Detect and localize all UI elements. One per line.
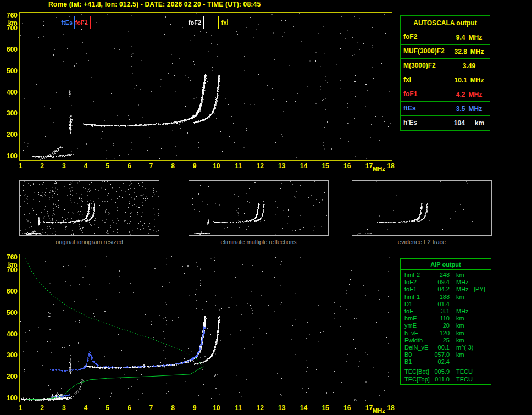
value-number: 3.5 [456, 105, 465, 113]
aip-param-extra [474, 376, 491, 383]
aip-row-hme: hmE110km [401, 315, 491, 322]
x-axis-tick-bottom-8: 8 [167, 404, 179, 412]
y-axis-tick-top-400: 400 [3, 88, 18, 96]
param-value-fof2: 9.4MHz [448, 30, 490, 44]
aip-param-unit: km [456, 351, 474, 358]
x-axis-tick-bottom-9: 9 [189, 404, 201, 412]
x-axis-tick-bottom-3: 3 [58, 404, 70, 412]
y-axis-tick-top-600: 600 [3, 46, 18, 53]
thumbnail-clean-ionogram [189, 180, 329, 236]
aip-param-extra [474, 358, 491, 366]
x-axis-tick-top-9: 9 [189, 162, 201, 170]
aip-param-value: 09.4 [431, 279, 450, 286]
x-axis-tick-bottom-16: 16 [341, 404, 353, 412]
aip-param-extra [474, 337, 491, 344]
marker-line-fof1 [90, 16, 91, 29]
aip-param-name: hmF1 [404, 294, 431, 301]
y-axis-tick-top-300: 300 [3, 109, 18, 117]
aip-param-value: 01.4 [431, 301, 450, 308]
y-axis-tick-top-100: 100 [3, 152, 18, 160]
autoscala-row-h-es: h'Es104km [401, 116, 490, 130]
aip-param-extra [474, 344, 491, 351]
value-number: 3.49 [463, 62, 475, 70]
aip-row-deln-ve: DelN_vE00.1m^(-3) [401, 344, 491, 351]
autoscala-row-fxi: fxI10.1MHz [401, 73, 490, 87]
aip-param-unit: m^(-3) [456, 344, 474, 351]
x-axis-tick-bottom-15: 15 [319, 404, 331, 412]
value-number: 4.2 [456, 91, 465, 98]
autoscala-row-ftes: ftEs3.5MHz [401, 102, 490, 116]
aip-row-tec-top: TEC[Top]011.0TECU [401, 376, 491, 383]
aip-param-extra [474, 351, 491, 358]
aip-param-name: D1 [404, 301, 431, 308]
y-axis-unit-bottom: km [3, 261, 18, 269]
aip-row-d1: D101.4 [401, 301, 491, 308]
x-axis-tick-bottom-10: 10 [210, 404, 223, 412]
thumbnail-caption-f2: evidence F2 trace [352, 239, 492, 245]
thumbnail-canvas-f2 [352, 181, 491, 235]
aip-param-unit: MHz [456, 286, 474, 293]
autoscala-table-title: AUTOSCALA output [401, 16, 490, 30]
aip-spacer [450, 308, 456, 315]
aip-param-unit [456, 358, 474, 366]
x-axis-tick-top-1: 1 [14, 162, 26, 170]
aip-param-name: B0 [404, 351, 431, 358]
x-axis-tick-top-15: 15 [319, 162, 331, 170]
aip-param-unit: km [456, 322, 474, 329]
thumbnail-caption-clean: eliminate multiple reflections [189, 239, 329, 245]
aip-param-unit: km [456, 272, 474, 279]
aip-param-name: ymE [404, 322, 431, 329]
x-axis-tick-bottom-12: 12 [254, 404, 266, 412]
autoscala-row-muf-3000-f2: MUF(3000)F232.8MHz [401, 45, 490, 59]
x-axis-tick-top-10: 10 [210, 162, 223, 170]
x-axis-unit-top: MHz [373, 165, 385, 172]
param-name-ftes: ftEs [401, 102, 448, 115]
ionogram-plot-bottom [19, 254, 392, 402]
param-name-h-es: h'Es [401, 116, 448, 130]
thumbnail-original-ionogram [19, 180, 159, 236]
aip-param-name: DelN_vE [404, 344, 431, 351]
y-axis-tick-bottom-100: 100 [3, 394, 18, 402]
aip-param-extra [474, 308, 491, 315]
aip-param-unit: km [456, 337, 474, 344]
aip-param-name: TEC[Top] [404, 376, 431, 383]
marker-line-fof2 [203, 16, 204, 29]
y-axis-tick-top-760: 760 [3, 12, 18, 19]
aip-table-rows: hmF2248kmfoF209.4MHzfoF104.2MHz[PY]hmF11… [401, 270, 491, 367]
value-unit: MHz [469, 91, 483, 98]
aip-spacer [450, 330, 456, 337]
y-axis-tick-top-500: 500 [3, 67, 18, 75]
aip-param-value: 00.1 [431, 344, 450, 351]
aip-param-value: 011.0 [431, 376, 450, 383]
aip-spacer [450, 294, 456, 301]
aip-param-value: 248 [431, 272, 450, 279]
aip-tec-rows: TEC[Bot]005.9TECUTEC[Top]011.0TECU [401, 367, 491, 384]
aip-spacer [450, 272, 456, 279]
x-axis-tick-bottom-14: 14 [297, 404, 309, 412]
param-value-m-3000-f2: 3.49 [448, 59, 490, 73]
x-axis-tick-top-8: 8 [167, 162, 179, 170]
x-axis-tick-top-12: 12 [254, 162, 266, 170]
y-axis-tick-top-200: 200 [3, 131, 18, 139]
aip-param-extra [474, 330, 491, 337]
aip-param-extra: [PY] [474, 286, 491, 293]
x-axis-tick-bottom-6: 6 [123, 404, 135, 412]
value-unit: MHz [470, 76, 484, 84]
x-axis-tick-top-18: 18 [385, 162, 397, 170]
aip-spacer [450, 351, 456, 358]
value-unit: MHz [469, 105, 483, 113]
aip-param-value: 110 [431, 315, 450, 322]
autoscala-app-screen: Rome (lat: +41.8, lon: 012.5) - DATE: 20… [0, 0, 532, 415]
aip-spacer [450, 315, 456, 322]
aip-param-name: foF2 [404, 279, 431, 286]
aip-row-tec-bot: TEC[Bot]005.9TECU [401, 368, 491, 375]
aip-row-foe: foE3.1MHz [401, 308, 491, 315]
aip-param-extra [474, 315, 491, 322]
aip-param-name: hmE [404, 315, 431, 322]
y-axis-tick-bottom-300: 300 [3, 351, 18, 359]
x-axis-tick-top-3: 3 [58, 162, 70, 170]
y-axis-tick-bottom-600: 600 [3, 287, 18, 295]
aip-param-unit: TECU [456, 376, 474, 383]
param-name-fof1: foF1 [401, 87, 448, 101]
y-axis-tick-bottom-500: 500 [3, 309, 18, 317]
